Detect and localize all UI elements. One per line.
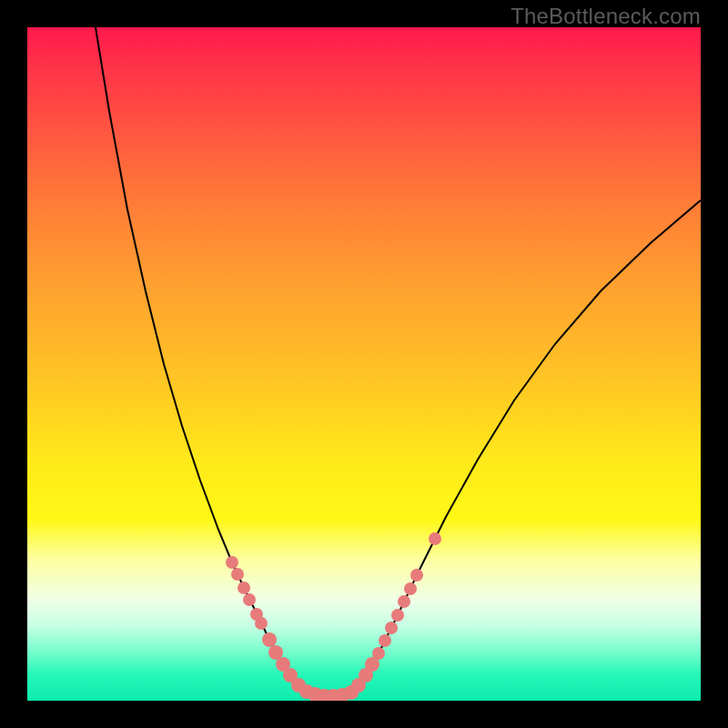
marker-dot xyxy=(243,593,256,606)
marker-dot xyxy=(372,647,385,660)
marker-dot xyxy=(226,556,238,569)
marker-dot xyxy=(262,632,277,647)
marker-dot xyxy=(429,532,441,545)
marker-dot xyxy=(255,617,268,630)
bottleneck-curve xyxy=(96,27,701,696)
marker-dot xyxy=(404,582,417,595)
marker-dot xyxy=(379,634,391,647)
marker-dot xyxy=(385,622,398,634)
marker-dot xyxy=(398,595,410,608)
watermark-text: TheBottleneck.com xyxy=(511,4,701,29)
marker-dot xyxy=(391,609,404,622)
curve-svg xyxy=(27,27,701,701)
plot-area xyxy=(27,27,701,701)
marker-dot xyxy=(238,581,250,594)
marker-dot xyxy=(410,569,423,581)
chart-frame: TheBottleneck.com xyxy=(0,0,728,728)
marker-dot xyxy=(231,568,244,581)
sample-markers xyxy=(226,532,441,701)
